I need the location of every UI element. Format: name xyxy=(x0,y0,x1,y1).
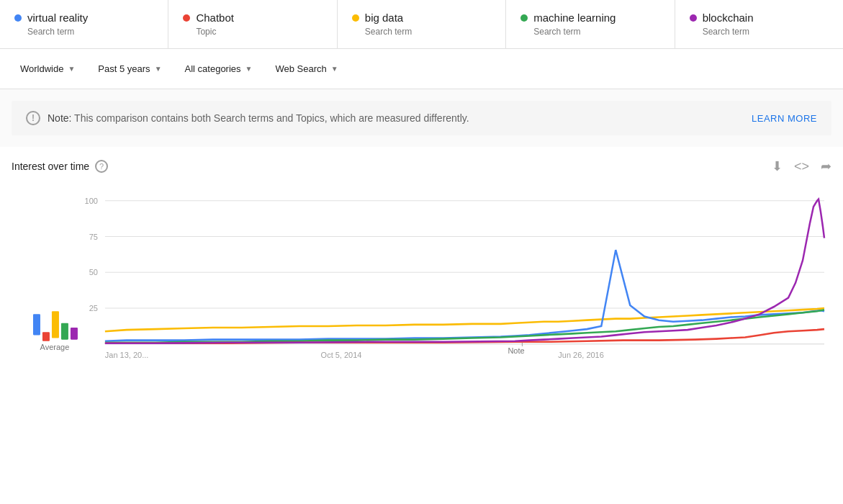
note-text: Note: This comparison contains both Sear… xyxy=(48,112,469,124)
term-type-chatbot: Topic xyxy=(196,27,322,37)
svg-text:Oct 5, 2014: Oct 5, 2014 xyxy=(321,350,362,359)
term-dot-bigdata xyxy=(352,14,359,22)
svg-text:25: 25 xyxy=(89,304,98,312)
learn-more-button[interactable]: LEARN MORE xyxy=(752,113,817,124)
term-type-bigdata: Search term xyxy=(365,27,491,37)
time-label: Past 5 years xyxy=(98,63,150,74)
svg-rect-19 xyxy=(71,328,78,340)
chart-section: Interest over time ? ⬇ <> ➦ 100 75 50 25 xyxy=(0,147,843,402)
download-icon[interactable]: ⬇ xyxy=(772,158,783,174)
region-filter[interactable]: Worldwide ▼ xyxy=(12,58,84,80)
term-label-bigdata: big data xyxy=(365,12,403,24)
category-filter[interactable]: All categories ▼ xyxy=(176,58,261,80)
term-name-bigdata: big data xyxy=(352,12,491,24)
chart-title: Interest over time xyxy=(12,161,89,172)
note-exclamation-icon: ! xyxy=(26,111,40,125)
chart-header: Interest over time ? ⬇ <> ➦ xyxy=(12,147,831,180)
svg-text:100: 100 xyxy=(85,197,98,205)
share-icon[interactable]: ➦ xyxy=(821,158,831,174)
svg-rect-18 xyxy=(61,323,68,340)
type-chevron-icon: ▼ xyxy=(331,65,338,73)
note-bold-text: Note: xyxy=(48,112,71,124)
term-type-vr: Search term xyxy=(27,27,153,37)
chart-actions: ⬇ <> ➦ xyxy=(772,158,831,174)
term-dot-blockchain xyxy=(690,14,697,22)
term-type-ml: Search term xyxy=(533,27,659,37)
type-label: Web Search xyxy=(275,63,326,74)
term-name-blockchain: blockchain xyxy=(690,12,829,24)
term-type-blockchain: Search term xyxy=(703,27,829,37)
svg-text:Average: Average xyxy=(40,343,70,351)
term-dot-chatbot xyxy=(183,14,190,22)
region-label: Worldwide xyxy=(20,63,63,74)
term-label-vr: virtual reality xyxy=(27,12,88,24)
chart-title-group: Interest over time ? xyxy=(12,160,108,173)
term-name-vr: virtual reality xyxy=(14,12,153,24)
svg-text:75: 75 xyxy=(89,232,98,240)
embed-icon[interactable]: <> xyxy=(794,159,809,174)
term-item-ml[interactable]: machine learning Search term xyxy=(506,0,675,48)
term-label-blockchain: blockchain xyxy=(703,12,754,24)
svg-text:50: 50 xyxy=(89,268,98,276)
term-dot-ml xyxy=(520,14,528,22)
interest-over-time-chart: 100 75 50 25 Note Jan 13, 20... Oct 5, 2… xyxy=(12,186,831,387)
term-label-chatbot: Chatbot xyxy=(196,12,234,24)
help-icon[interactable]: ? xyxy=(95,160,108,173)
svg-rect-17 xyxy=(52,311,59,338)
term-item-bigdata[interactable]: big data Search term xyxy=(338,0,506,48)
term-item-vr[interactable]: virtual reality Search term xyxy=(0,0,168,48)
x-axis-labels xyxy=(12,387,831,390)
svg-text:Note: Note xyxy=(508,346,524,355)
term-label-ml: machine learning xyxy=(533,12,616,24)
chart-container: 100 75 50 25 Note Jan 13, 20... Oct 5, 2… xyxy=(12,186,831,387)
term-name-ml: machine learning xyxy=(520,12,659,24)
term-item-blockchain[interactable]: blockchain Search term xyxy=(675,0,843,48)
note-content: ! Note: This comparison contains both Se… xyxy=(26,111,469,125)
svg-text:Jun 26, 2016: Jun 26, 2016 xyxy=(558,350,603,359)
time-chevron-icon: ▼ xyxy=(155,65,162,73)
note-banner: ! Note: This comparison contains both Se… xyxy=(12,101,831,135)
term-name-chatbot: Chatbot xyxy=(183,12,322,24)
svg-rect-16 xyxy=(42,332,50,341)
filters-bar: Worldwide ▼ Past 5 years ▼ All categorie… xyxy=(0,49,843,89)
time-filter[interactable]: Past 5 years ▼ xyxy=(89,58,170,80)
note-body-text: This comparison contains both Search ter… xyxy=(74,112,469,124)
category-chevron-icon: ▼ xyxy=(245,65,253,73)
term-dot-vr xyxy=(14,14,22,22)
svg-text:Jan 13, 20...: Jan 13, 20... xyxy=(105,350,148,359)
search-terms-bar: virtual reality Search term Chatbot Topi… xyxy=(0,0,843,49)
category-label: All categories xyxy=(185,63,241,74)
term-item-chatbot[interactable]: Chatbot Topic xyxy=(168,0,337,48)
svg-rect-15 xyxy=(33,314,40,335)
type-filter[interactable]: Web Search ▼ xyxy=(266,58,346,80)
region-chevron-icon: ▼ xyxy=(68,65,75,73)
